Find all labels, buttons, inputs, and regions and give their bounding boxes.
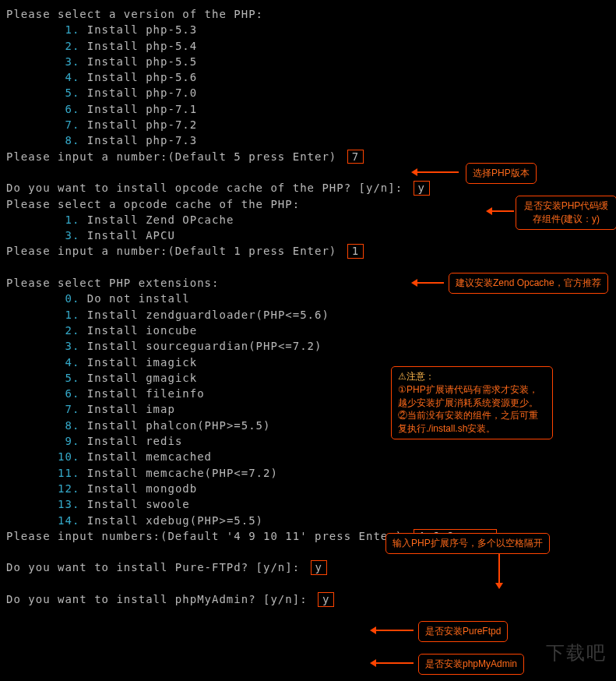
opcode-input-line: Please input a number:(Default 1 press E…: [6, 243, 610, 259]
pureftpd-yn-input[interactable]: y: [311, 560, 327, 575]
list-item: 3. Install APCU: [6, 228, 610, 243]
annot-pureftpd: 是否安装PureFtpd: [418, 621, 508, 642]
annot-opcode-yn: 是否安装PHP代码缓存组件(建议：y): [516, 196, 616, 230]
phpmyadmin-yn-input[interactable]: y: [318, 592, 334, 607]
opcode-yn-input[interactable]: y: [414, 181, 430, 196]
annot-ext-numbers: 输入PHP扩展序号，多个以空格隔开: [385, 533, 550, 554]
opcode-number-input[interactable]: 1: [347, 244, 364, 259]
annot-phpmyadmin: 是否安装phpMyAdmin: [418, 654, 524, 675]
list-item: 5. Install php-7.0: [6, 85, 610, 101]
pureftpd-line: Do you want to install Pure-FTPd? [y/n]:…: [6, 559, 610, 575]
arrow-icon: [375, 662, 414, 664]
list-item: 11. Install memcache(PHP<=7.2): [6, 465, 610, 481]
terminal-output: Please select a version of the PHP: 1. I…: [6, 6, 610, 607]
annot-ext-note: ⚠注意： ①PHP扩展请代码有需求才安装，越少安装扩展消耗系统资源更少。 ②当前…: [391, 366, 553, 439]
phpmyadmin-line: Do you want to install phpMyAdmin? [y/n]…: [6, 591, 610, 607]
list-item: 2. Install php-5.4: [6, 38, 610, 54]
arrow-icon: [375, 630, 414, 631]
arrow-icon: [491, 210, 514, 212]
list-item: 6. Install php-7.1: [6, 101, 610, 117]
list-item: 8. Install php-7.3: [6, 132, 610, 148]
list-item: 13. Install swoole: [6, 496, 610, 512]
list-item: 10. Install memcached: [6, 449, 610, 464]
arrow-down-icon: [498, 553, 500, 584]
annot-php-version: 选择PHP版本: [466, 163, 537, 184]
list-item: 1. Install php-5.3: [6, 22, 610, 37]
php-version-input[interactable]: 7: [347, 150, 364, 164]
arrow-icon: [416, 282, 444, 284]
list-item: 12. Install mongodb: [6, 481, 610, 496]
watermark: 下载吧: [546, 640, 607, 667]
list-item: 3. Install php-5.5: [6, 54, 610, 69]
list-item: 14. Install xdebug(PHP>=5.5): [6, 513, 610, 528]
list-item: 3. Install sourceguardian(PHP<=7.2): [6, 338, 610, 354]
list-item: 7. Install php-7.2: [6, 117, 610, 132]
list-item: 2. Install ioncube: [6, 323, 610, 338]
php-version-input-line: Please input a number:(Default 5 press E…: [6, 149, 610, 164]
list-item: 4. Install php-5.6: [6, 69, 610, 85]
arrow-icon: [416, 171, 459, 173]
list-item: 1. Install zendguardloader(PHP<=5.6): [6, 307, 610, 323]
php-version-prompt: Please select a version of the PHP:: [6, 6, 610, 22]
annot-opcode-num: 建议安装Zend Opcache，官方推荐: [449, 273, 608, 294]
